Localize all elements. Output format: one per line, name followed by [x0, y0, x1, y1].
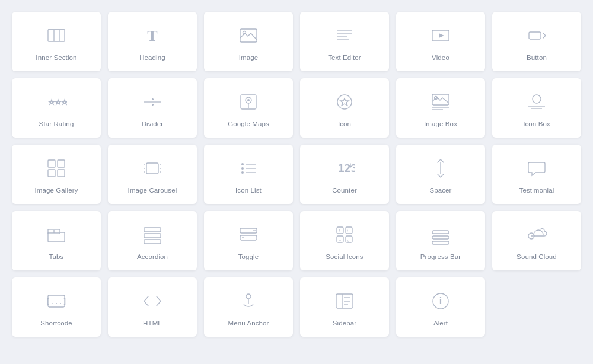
widget-card-sidebar[interactable]: Sidebar [300, 277, 389, 337]
widget-card-heading[interactable]: THeading [108, 12, 197, 71]
widget-card-text-editor[interactable]: Text Editor [300, 12, 389, 71]
image-box-icon [429, 90, 452, 114]
counter-label: Counter [332, 186, 357, 195]
button-label: Button [527, 53, 547, 62]
svg-rect-51 [48, 229, 53, 234]
shortcode-label: Shortcode [40, 319, 72, 328]
svg-point-28 [533, 95, 541, 103]
widget-card-html[interactable]: HTML [108, 277, 197, 337]
inner-section-icon [44, 24, 68, 47]
svg-rect-33 [48, 170, 55, 177]
svg-text:f: f [339, 229, 340, 233]
widget-card-counter[interactable]: 123Counter [300, 145, 389, 204]
menu-anchor-icon [237, 289, 260, 313]
alert-label: Alert [433, 319, 448, 328]
svg-point-42 [241, 163, 244, 165]
testimonial-icon [525, 157, 549, 180]
widget-grid: Inner SectionTHeadingImageText EditorVid… [12, 12, 581, 337]
svg-rect-13 [529, 32, 541, 39]
menu-anchor-label: Menu Anchor [228, 319, 269, 328]
button-icon [525, 24, 549, 47]
svg-text:123: 123 [338, 162, 355, 174]
widget-card-accordion[interactable]: Accordion [108, 211, 197, 270]
widget-card-alert[interactable]: iAlert [396, 277, 485, 337]
widget-card-icon-list[interactable]: Icon List [204, 145, 293, 204]
image-gallery-label: Image Gallery [34, 186, 78, 195]
svg-text:[...]: [...] [46, 298, 67, 306]
image-carousel-icon [141, 157, 164, 180]
widget-card-spacer[interactable]: Spacer [396, 145, 485, 204]
star-rating-label: Star Rating [39, 120, 74, 129]
svg-text:ig: ig [347, 238, 349, 242]
widget-card-progress-bar[interactable]: Progress Bar [396, 211, 485, 270]
svg-text:T: T [147, 27, 157, 44]
social-icons-icon: ftinig [333, 223, 356, 247]
svg-point-43 [241, 167, 244, 170]
widget-card-icon[interactable]: Icon [300, 78, 389, 138]
widget-card-toggle[interactable]: Toggle [204, 211, 293, 270]
widget-card-video[interactable]: Video [396, 12, 485, 71]
progress-bar-icon [429, 223, 452, 247]
widget-card-google-maps[interactable]: Google Maps [204, 78, 293, 138]
svg-point-74 [246, 294, 251, 299]
divider-label: Divider [142, 120, 164, 129]
icon-icon [333, 90, 356, 114]
svg-rect-54 [144, 234, 161, 238]
widget-card-image-carousel[interactable]: Image Carousel [108, 145, 197, 204]
text-editor-label: Text Editor [328, 53, 361, 62]
widget-card-inner-section[interactable]: Inner Section [12, 12, 101, 71]
image-gallery-icon [44, 157, 68, 180]
icon-list-icon [237, 157, 260, 180]
star-rating-icon [44, 90, 68, 114]
svg-rect-0 [48, 30, 65, 41]
widget-card-sound-cloud[interactable]: Sound Cloud [492, 211, 581, 270]
widget-card-button[interactable]: Button [492, 12, 581, 71]
sidebar-label: Sidebar [333, 319, 356, 328]
heading-label: Heading [139, 53, 165, 62]
svg-marker-19 [152, 104, 155, 106]
shortcode-icon: [...] [44, 289, 68, 313]
widget-card-icon-box[interactable]: Icon Box [492, 78, 581, 138]
svg-marker-15 [55, 100, 61, 104]
video-icon [429, 24, 452, 47]
icon-box-icon [525, 90, 549, 114]
alert-icon: i [429, 289, 452, 313]
google-maps-label: Google Maps [228, 120, 269, 129]
image-carousel-label: Image Carousel [128, 186, 177, 195]
image-label: Image [239, 53, 259, 62]
widget-card-social-icons[interactable]: ftinigSocial Icons [300, 211, 389, 270]
svg-rect-34 [58, 170, 65, 177]
svg-point-21 [247, 99, 250, 101]
widget-card-tabs[interactable]: Tabs [12, 211, 101, 270]
widget-card-star-rating[interactable]: Star Rating [12, 78, 101, 138]
svg-rect-31 [48, 160, 55, 167]
toggle-label: Toggle [238, 253, 259, 261]
sound-cloud-icon [525, 223, 549, 247]
testimonial-label: Testimonial [519, 186, 554, 195]
svg-rect-32 [58, 160, 65, 167]
google-maps-icon [237, 90, 260, 114]
svg-rect-60 [337, 227, 343, 234]
svg-marker-12 [439, 33, 444, 38]
inner-section-label: Inner Section [36, 53, 76, 62]
svg-text:in: in [339, 238, 341, 242]
icon-list-label: Icon List [235, 186, 262, 195]
widget-card-testimonial[interactable]: Testimonial [492, 145, 581, 204]
svg-marker-18 [152, 98, 155, 100]
svg-point-44 [241, 171, 244, 174]
html-label: HTML [143, 319, 162, 328]
widget-card-divider[interactable]: Divider [108, 78, 197, 138]
image-box-label: Image Box [424, 120, 457, 129]
widget-card-image[interactable]: Image [204, 12, 293, 71]
svg-rect-35 [146, 163, 158, 174]
accordion-icon [141, 223, 164, 247]
svg-rect-70 [432, 241, 449, 244]
widget-card-image-gallery[interactable]: Image Gallery [12, 145, 101, 204]
tabs-icon [44, 223, 68, 247]
widget-card-image-box[interactable]: Image Box [396, 78, 485, 138]
tabs-label: Tabs [49, 253, 64, 261]
svg-rect-55 [144, 240, 161, 244]
widget-card-menu-anchor[interactable]: Menu Anchor [204, 277, 293, 337]
widget-card-shortcode[interactable]: [...]Shortcode [12, 277, 101, 337]
sound-cloud-label: Sound Cloud [517, 253, 557, 261]
